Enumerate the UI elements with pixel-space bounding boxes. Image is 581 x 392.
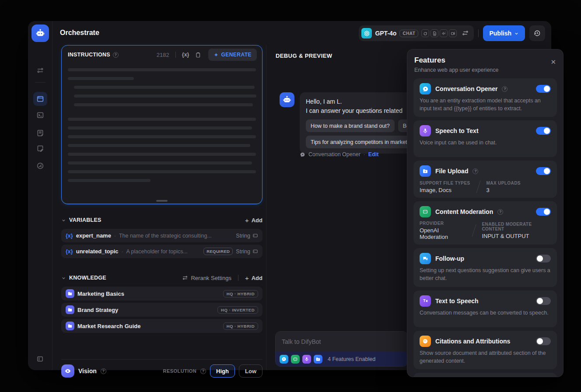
add-knowledge-button[interactable]: +Add <box>245 274 262 282</box>
header-divider <box>478 29 479 37</box>
section-divider <box>61 359 262 360</box>
video-capability-icon <box>449 29 457 37</box>
app-logo-robot-icon[interactable] <box>32 24 49 42</box>
content-moderation-icon <box>291 355 300 364</box>
knowledge-row[interactable]: Marketing Basics HQ · HYBRID <box>61 287 262 301</box>
feature-name: Content Moderation <box>435 208 493 215</box>
knowledge-row[interactable]: Market Research Guide HQ · HYBRID <box>61 319 262 333</box>
generate-button[interactable]: ✦ GENERATE <box>208 49 257 61</box>
conversation-opener-icon <box>280 355 288 364</box>
variable-row[interactable]: {x} expert_name · The name of the strate… <box>61 229 262 242</box>
publish-button[interactable]: Publish <box>483 25 525 41</box>
variable-name: expert_name <box>76 232 111 239</box>
insert-variable-icon[interactable]: {x} <box>182 52 189 58</box>
feature-field: SUPPORT FILE TYPES Image, Docs <box>420 181 470 193</box>
instructions-editor[interactable] <box>62 64 262 182</box>
feature-card-speech-to-text: Speech to Text Voice input can be used i… <box>413 120 557 157</box>
skeleton-line <box>74 86 255 89</box>
vision-capability-icon <box>421 29 429 37</box>
model-selector[interactable]: GPT-4o CHAT <box>359 25 474 41</box>
feature-field: PROVIDER OpenAI Moderation <box>420 221 466 240</box>
features-title: Features <box>414 56 556 65</box>
file-upload-icon <box>420 165 431 177</box>
help-icon[interactable]: ? <box>502 86 508 92</box>
feature-name: File Upload <box>435 168 468 175</box>
skeleton-line <box>68 144 250 147</box>
rerank-settings-button[interactable]: Rerank Settings <box>182 275 231 281</box>
knowledge-row[interactable]: Brand Strategy HQ · INVERTED <box>61 303 262 317</box>
variable-row[interactable]: {x} unrelated_topic · A placeholder for … <box>61 245 262 258</box>
speech-to-text-icon <box>302 355 311 364</box>
suggested-question-chip[interactable]: Tips for analyzing competitors in market <box>306 136 412 148</box>
folder-icon <box>66 322 74 330</box>
feature-desc: Conversation messages can be converted t… <box>420 309 551 323</box>
variable-type: String <box>236 233 258 239</box>
chevron-down-icon[interactable] <box>61 218 66 223</box>
sparkle-icon: ✦ <box>214 52 218 58</box>
resolution-high-button[interactable]: High <box>210 364 235 378</box>
file-upload-toggle[interactable] <box>536 167 551 175</box>
variables-title: VARIABLES <box>69 217 242 223</box>
skeleton-line <box>68 153 256 156</box>
sidebar-item-monitoring-gauge-icon[interactable] <box>36 162 44 170</box>
conversation-opener-toggle[interactable] <box>536 85 551 93</box>
copy-clipboard-icon[interactable] <box>195 52 201 58</box>
instructions-char-count: 2182 <box>157 52 169 58</box>
content-moderation-toggle[interactable] <box>536 208 551 216</box>
suggested-question-chip[interactable]: How to make a brand stand out? <box>306 119 395 132</box>
chevron-down-icon <box>514 31 519 36</box>
chat-input[interactable] <box>276 332 408 352</box>
resize-handle[interactable] <box>156 200 168 202</box>
feature-card-content-moderation: Content Moderation ? PROVIDER OpenAI Mod… <box>413 201 557 245</box>
features-enabled-count: 4 Features Enabled <box>328 356 375 362</box>
required-badge: REQUIRED <box>203 248 233 255</box>
instructions-title: INSTRUCTIONS <box>68 52 110 58</box>
variable-desc: A placeholder for topics... <box>126 248 200 255</box>
help-icon[interactable]: ? <box>113 52 119 58</box>
features-panel: Features Enhance web app user experience… <box>407 49 564 377</box>
variable-icon: {x} <box>66 233 73 239</box>
feature-card-file-upload: File Upload ? SUPPORT FILE TYPES Image, … <box>413 161 557 198</box>
sidebar-item-settings-sliders-icon[interactable] <box>36 66 44 74</box>
instructions-panel[interactable]: INSTRUCTIONS ? 2182 {x} ✦ GENERATE <box>61 45 262 204</box>
dot-separator: · <box>364 151 365 158</box>
knowledge-name: Market Research Guide <box>77 323 220 329</box>
feature-card-citations: Citations and Attributions Show source d… <box>413 331 557 369</box>
help-icon[interactable]: ? <box>200 368 206 374</box>
resolution-low-button[interactable]: Low <box>239 364 262 378</box>
variable-name: unrelated_topic <box>76 248 119 255</box>
feature-desc: Setting up next questions suggestion can… <box>420 266 551 282</box>
text-to-speech-toggle[interactable] <box>536 297 551 305</box>
speech-to-text-toggle[interactable] <box>536 127 551 135</box>
divider <box>238 275 238 281</box>
feature-name: Text to Speech <box>435 298 479 304</box>
citations-toggle[interactable] <box>536 337 551 345</box>
dot-separator: · <box>121 248 123 255</box>
add-variable-button[interactable]: +Add <box>245 217 262 224</box>
skeleton-line <box>68 68 256 71</box>
knowledge-title: KNOWLEDGE <box>69 275 179 281</box>
sidebar-item-logs-icon[interactable] <box>36 129 44 137</box>
feature-name: Follow-up <box>435 255 464 262</box>
help-icon[interactable]: ? <box>497 209 503 215</box>
sidebar <box>28 21 52 370</box>
help-icon[interactable]: ? <box>472 168 478 174</box>
sidebar-item-annotation-icon[interactable] <box>36 144 44 152</box>
sidebar-item-terminal-icon[interactable] <box>36 111 44 119</box>
sidebar-item-orchestrate-browser-icon[interactable] <box>33 92 47 106</box>
debug-preview-title: DEBUG & PREVIEW <box>276 52 332 59</box>
audio-capability-icon <box>440 29 448 37</box>
help-icon[interactable]: ? <box>101 368 106 374</box>
variable-icon: {x} <box>66 248 73 255</box>
chevron-down-icon[interactable] <box>61 276 66 280</box>
knowledge-badge: HQ · HYBRID <box>223 322 258 330</box>
slash-divider <box>476 181 480 193</box>
model-parameters-icon[interactable] <box>462 29 469 37</box>
file-upload-icon <box>314 355 322 364</box>
features-enabled-bar[interactable]: 4 Features Enabled <box>276 352 408 366</box>
sidebar-collapse-panel-icon[interactable] <box>36 355 44 363</box>
version-history-button[interactable] <box>529 25 545 41</box>
close-icon[interactable]: ✕ <box>550 58 556 66</box>
follow-up-toggle[interactable] <box>536 255 551 262</box>
edit-opener-link[interactable]: Edit <box>368 151 379 158</box>
